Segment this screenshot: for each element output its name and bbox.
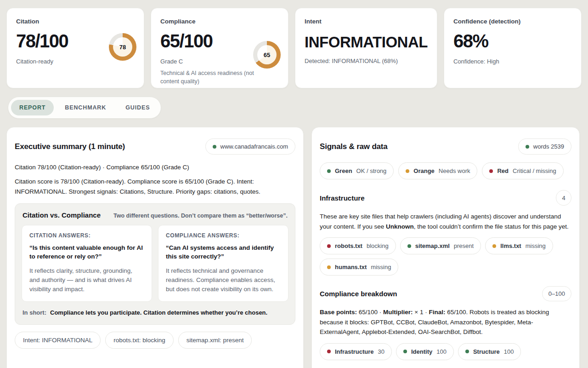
status-dot-icon bbox=[526, 145, 529, 149]
card-label: Compliance bbox=[160, 18, 279, 25]
executive-summary-title: Executive summary (1 minute) bbox=[15, 142, 125, 151]
infrastructure-description: These are key site files that help crawl… bbox=[320, 212, 571, 231]
chip-value: missing bbox=[371, 264, 391, 270]
report-tabbar: REPORT BENCHMARK GUIDES bbox=[8, 97, 161, 119]
legend-red: Red Critical / missing bbox=[482, 162, 563, 179]
compliance-breakdown-header: Compliance breakdown 0–100 bbox=[320, 286, 571, 301]
final-label: Final: bbox=[429, 309, 445, 316]
citation-question: “Is this content valuable enough for AI … bbox=[29, 244, 144, 261]
compliance-donut-value: 65 bbox=[257, 45, 277, 64]
chip-name: sitemap.xml bbox=[415, 242, 450, 249]
compliance-breakdown-title: Compliance breakdown bbox=[320, 290, 397, 298]
in-short-text: Compliance lets you participate. Citatio… bbox=[50, 309, 267, 316]
infrastructure-chips: robots.txt blocking sitemap.xml present … bbox=[320, 237, 571, 276]
citation-answer-body: It reflects clarity, structure, groundin… bbox=[29, 266, 144, 294]
legend-orange: Orange Needs work bbox=[398, 162, 477, 179]
multiplier-value: × 1 · bbox=[413, 309, 429, 316]
red-dot-icon bbox=[327, 244, 331, 248]
chip-name: Infrastructure bbox=[335, 348, 374, 355]
signals-header: Signals & raw data words 2539 bbox=[320, 138, 571, 155]
sitemap-xml-chip: sitemap.xml present bbox=[400, 237, 481, 254]
citation-donut-chart: 78 bbox=[109, 33, 136, 61]
chip-value: present bbox=[454, 242, 474, 249]
orange-dot-icon bbox=[327, 265, 331, 269]
compare-columns: CITATION ANSWERS: “Is this content valua… bbox=[22, 225, 288, 302]
identity-score-chip: Identity 100 bbox=[396, 343, 454, 360]
compare-card-title: Citation vs. Compliance bbox=[23, 211, 101, 219]
infrastructure-count-badge: 4 bbox=[556, 190, 571, 206]
tab-report[interactable]: REPORT bbox=[11, 100, 54, 115]
compliance-answer-body: It reflects technical and governance rea… bbox=[166, 266, 281, 294]
status-dot-icon bbox=[213, 145, 216, 149]
compliance-score-card: Compliance 65/100 Grade C Technical & AI… bbox=[151, 8, 288, 88]
score-summary-line: Citation 78/100 (Citation-ready) · Compl… bbox=[15, 164, 295, 171]
base-points-label: Base points: bbox=[320, 309, 357, 316]
compliance-donut-chart: 65 bbox=[253, 41, 281, 69]
compare-card-hint: Two different questions. Don’t compare t… bbox=[113, 213, 288, 219]
score-range-badge: 0–100 bbox=[542, 286, 571, 301]
chip-value: 30 bbox=[378, 348, 384, 355]
compare-card-header: Citation vs. Compliance Two different qu… bbox=[22, 210, 288, 225]
legend-green: Green OK / strong bbox=[320, 162, 394, 179]
infrastructure-title: Infrastructure bbox=[320, 194, 365, 202]
card-label: Intent bbox=[305, 18, 428, 25]
red-dot-icon bbox=[327, 350, 331, 353]
intent-card: Intent INFORMATIONAL Detected: INFORMATI… bbox=[295, 8, 437, 88]
word-count: words 2539 bbox=[533, 143, 564, 150]
confidence-value: 68% bbox=[453, 31, 572, 52]
green-dot-icon bbox=[327, 169, 331, 173]
compliance-question: “Can AI systems access and identify this… bbox=[166, 244, 281, 261]
multiplier-label: Multiplier: bbox=[383, 309, 413, 316]
legend-desc: Critical / missing bbox=[513, 167, 556, 174]
executive-summary-header: Executive summary (1 minute) www.canadaf… bbox=[15, 138, 295, 155]
infrastructure-desc-bold: Unknown bbox=[386, 223, 414, 230]
chip-value: missing bbox=[526, 242, 546, 249]
citation-answers-card: CITATION ANSWERS: “Is this content valua… bbox=[22, 225, 152, 302]
infrastructure-section-header: Infrastructure 4 bbox=[320, 190, 571, 206]
llms-txt-chip: llms.txt missing bbox=[485, 237, 553, 254]
signals-title: Signals & raw data bbox=[320, 142, 388, 151]
green-dot-icon bbox=[403, 350, 407, 353]
chip-value: blocking bbox=[367, 242, 389, 249]
citation-donut-value: 78 bbox=[113, 37, 132, 57]
intent-value: INFORMATIONAL bbox=[305, 34, 428, 51]
stat-cards-row: Citation 78/100 Citation-ready 78 Compli… bbox=[0, 0, 588, 88]
status-legend: Green OK / strong Orange Needs work Red … bbox=[320, 162, 571, 179]
structure-score-chip: Structure 100 bbox=[458, 343, 521, 360]
robots-txt-chip: robots.txt blocking bbox=[320, 237, 396, 254]
compliance-answers-heading: COMPLIANCE ANSWERS: bbox=[166, 232, 281, 239]
orange-dot-icon bbox=[406, 169, 409, 173]
red-dot-icon bbox=[489, 169, 493, 173]
infrastructure-score-chip: Infrastructure 30 bbox=[320, 343, 392, 360]
signals-panel: Signals & raw data words 2539 Green OK /… bbox=[311, 127, 580, 368]
citation-answers-heading: CITATION ANSWERS: bbox=[29, 232, 144, 239]
confidence-card: Confidence (detection) 68% Confidence: H… bbox=[444, 8, 582, 88]
sitemap-chip: sitemap.xml: present bbox=[178, 332, 252, 349]
chip-name: robots.txt bbox=[335, 242, 362, 249]
compliance-note: Technical & AI access readiness (not con… bbox=[160, 69, 254, 86]
compliance-breakdown-description: Base points: 65/100 · Multiplier: × 1 · … bbox=[320, 307, 571, 337]
chip-value: 100 bbox=[436, 348, 447, 355]
word-count-badge: words 2539 bbox=[518, 138, 571, 155]
intent-chip: Intent: INFORMATIONAL bbox=[15, 332, 101, 349]
base-points-value: 65/100 · bbox=[357, 309, 383, 316]
intent-sub: Detected: INFORMATIONAL (68%) bbox=[305, 58, 428, 64]
executive-chips-row: Intent: INFORMATIONAL robots.txt: blocki… bbox=[15, 332, 295, 349]
in-short-label: In short: bbox=[23, 309, 46, 316]
chip-value: 100 bbox=[504, 348, 514, 355]
legend-desc: OK / strong bbox=[356, 167, 387, 174]
tabbar-wrap: REPORT BENCHMARK GUIDES bbox=[0, 88, 588, 119]
in-short-line: In short:Compliance lets you participate… bbox=[22, 302, 288, 318]
tab-benchmark[interactable]: BENCHMARK bbox=[57, 100, 114, 115]
robots-chip: robots.txt: blocking bbox=[105, 332, 174, 349]
chip-name: humans.txt bbox=[335, 264, 367, 270]
card-label: Confidence (detection) bbox=[453, 18, 572, 25]
citation-vs-compliance-card: Citation vs. Compliance Two different qu… bbox=[15, 203, 295, 325]
site-url: www.canadafrancais.com bbox=[220, 143, 288, 150]
legend-label: Green bbox=[335, 167, 352, 174]
chip-name: llms.txt bbox=[500, 242, 521, 249]
panels-row: Executive summary (1 minute) www.canadaf… bbox=[0, 119, 588, 368]
tab-guides[interactable]: GUIDES bbox=[117, 100, 158, 115]
compliance-answers-card: COMPLIANCE ANSWERS: “Can AI systems acce… bbox=[158, 225, 288, 302]
chip-name: Structure bbox=[473, 348, 500, 355]
